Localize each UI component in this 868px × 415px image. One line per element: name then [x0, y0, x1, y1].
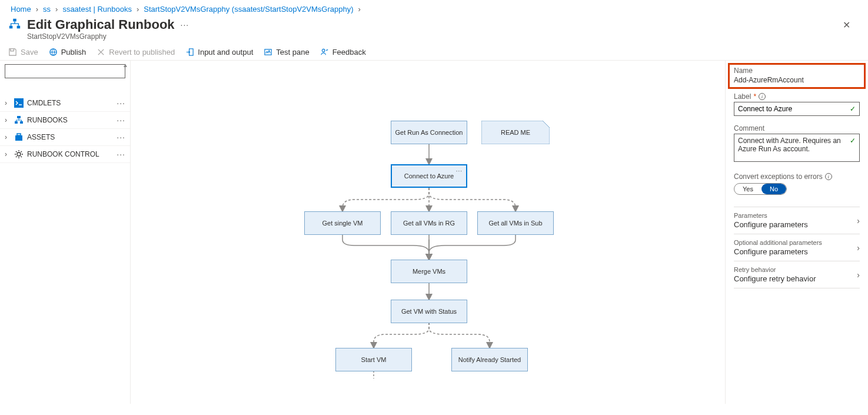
node-get-run-as[interactable]: Get Run As Connection: [391, 121, 467, 144]
test-button[interactable]: Test pane: [264, 48, 309, 57]
name-label: Name: [734, 67, 860, 75]
tree-label: CMDLETS: [27, 99, 117, 107]
chevron-right-icon: ›: [36, 5, 38, 14]
svg-rect-9: [15, 121, 18, 124]
node-single-vm[interactable]: Get single VM: [304, 211, 381, 235]
section-sub: Configure retry behavior: [734, 274, 857, 283]
assets-icon: [14, 132, 24, 142]
node-all-sub[interactable]: Get all VMs in Sub: [477, 211, 554, 235]
check-icon: ✓: [850, 137, 856, 145]
section-optional-params[interactable]: Optional additional parametersConfigure …: [734, 234, 860, 261]
node-label: Get VM with Status: [401, 308, 457, 315]
label-input[interactable]: ✓: [734, 102, 860, 116]
info-icon[interactable]: i: [759, 93, 766, 100]
svg-rect-10: [20, 121, 23, 124]
node-label: Get single VM: [322, 220, 363, 227]
node-label: Get Run As Connection: [395, 129, 463, 136]
chevron-right-icon: ›: [358, 5, 361, 14]
node-start-vm[interactable]: Start VM: [335, 348, 412, 371]
svg-rect-12: [17, 134, 21, 135]
input-output-button[interactable]: Input and output: [185, 48, 253, 57]
more-icon[interactable]: ···: [456, 168, 463, 174]
svg-rect-1: [9, 25, 13, 28]
convert-label: Convert exceptions to errorsi: [734, 172, 860, 181]
chevron-right-icon: ›: [5, 150, 11, 158]
info-icon[interactable]: i: [825, 173, 832, 180]
tree-item-runbooks[interactable]: › RUNBOOKS ···: [0, 112, 130, 129]
publish-button[interactable]: Publish: [49, 48, 87, 57]
library-pane: › CMDLETS ··· › RUNBOOKS ··· › ASSETS ··…: [0, 61, 131, 404]
tree-item-runbook-control[interactable]: › RUNBOOK CONTROL ···: [0, 146, 130, 163]
section-parameters[interactable]: ParametersConfigure parameters ›: [734, 207, 860, 234]
convert-toggle[interactable]: Yes No: [734, 183, 787, 195]
tree-label: RUNBOOK CONTROL: [27, 150, 117, 158]
breadcrumb: Home › ss › ssaatest | Runbooks › StartS…: [0, 0, 868, 17]
node-notify[interactable]: Notify Already Started: [451, 348, 528, 371]
scroll-up-icon: ▲: [122, 62, 128, 68]
node-all-rg[interactable]: Get all VMs in RG: [391, 211, 467, 235]
section-retry[interactable]: Retry behaviorConfigure retry behavior ›: [734, 261, 860, 288]
svg-point-6: [322, 49, 325, 52]
gear-icon: [14, 150, 24, 159]
chevron-right-icon: ›: [857, 216, 860, 225]
feedback-button[interactable]: Feedback: [320, 48, 366, 57]
section-header: Retry behavior: [734, 266, 857, 273]
check-icon: ✓: [850, 105, 856, 113]
tree-label: RUNBOOKS: [27, 116, 117, 124]
tree-item-cmdlets[interactable]: › CMDLETS ···: [0, 95, 130, 112]
chevron-right-icon: ›: [857, 270, 860, 280]
test-label: Test pane: [276, 48, 309, 57]
node-status[interactable]: Get VM with Status: [391, 300, 467, 323]
close-icon[interactable]: ✕: [843, 19, 850, 31]
section-sub: Configure parameters: [734, 247, 857, 256]
tree-item-assets[interactable]: › ASSETS ···: [0, 129, 130, 146]
chevron-right-icon: ›: [5, 116, 11, 124]
breadcrumb-home[interactable]: Home: [11, 5, 31, 14]
chevron-right-icon: ›: [137, 5, 139, 14]
breadcrumb-runbooks[interactable]: ssaatest | Runbooks: [62, 5, 132, 14]
svg-rect-2: [17, 25, 20, 28]
node-label: Notify Already Started: [458, 356, 521, 363]
comment-input[interactable]: Connect with Azure. Requires an Azure Ru…: [734, 134, 860, 162]
revert-label: Revert to published: [109, 48, 175, 57]
chevron-right-icon: ›: [5, 133, 11, 141]
tree-label: ASSETS: [27, 133, 117, 141]
toolbar: Save Publish Revert to published Input a…: [0, 44, 868, 61]
runbooks-icon: [14, 115, 24, 125]
toggle-yes[interactable]: Yes: [734, 184, 761, 194]
save-label: Save: [21, 48, 38, 57]
workflow-icon: [8, 18, 21, 32]
node-label: READ ME: [501, 129, 530, 136]
feedback-label: Feedback: [332, 48, 366, 57]
node-label: Merge VMs: [413, 268, 445, 275]
breadcrumb-current[interactable]: StartStopV2VMsGrapphy (ssaatest/StartSto…: [144, 5, 353, 14]
node-label: Get all VMs in Sub: [488, 220, 542, 227]
comment-label: Comment: [734, 124, 860, 132]
publish-label: Publish: [61, 48, 87, 57]
chevron-right-icon: ›: [5, 99, 11, 107]
toggle-no[interactable]: No: [761, 184, 786, 194]
chevron-right-icon: ›: [55, 5, 58, 14]
svg-point-13: [17, 152, 21, 156]
cmdlets-icon: [14, 98, 24, 108]
page-title: Edit Graphical Runbook: [27, 17, 175, 32]
name-value: Add-AzureRmAccount: [734, 76, 860, 84]
properties-pane: Name Add-AzureRmAccount Label*i ✓ Commen…: [725, 61, 868, 404]
svg-rect-7: [14, 98, 24, 108]
io-label: Input and output: [198, 48, 253, 57]
node-merge[interactable]: Merge VMs: [391, 260, 467, 283]
node-readme[interactable]: READ ME: [481, 121, 550, 144]
breadcrumb-ss[interactable]: ss: [43, 5, 51, 14]
revert-button: Revert to published: [97, 48, 175, 57]
search-input[interactable]: [5, 64, 125, 78]
label-label: Label*i: [734, 92, 860, 101]
save-button: Save: [8, 48, 38, 57]
canvas[interactable]: Get Run As Connection READ ME Connect to…: [131, 61, 725, 404]
section-header: Optional additional parameters: [734, 239, 857, 246]
node-connect-azure[interactable]: Connect to Azure ···: [391, 164, 467, 188]
page-subtitle: StartStopV2VMsGrapphy: [0, 32, 868, 44]
section-sub: Configure parameters: [734, 220, 857, 229]
more-icon[interactable]: ···: [181, 20, 189, 29]
svg-rect-11: [15, 135, 22, 141]
svg-rect-8: [17, 116, 21, 118]
